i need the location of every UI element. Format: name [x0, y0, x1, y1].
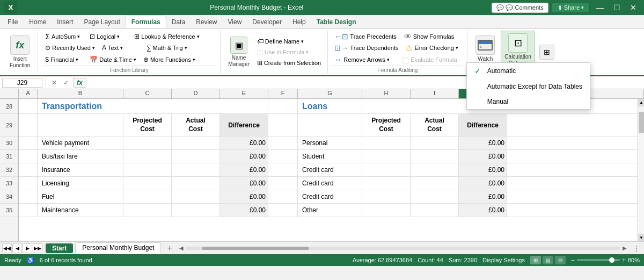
error-checking-button[interactable]: ⚠ Error Checking ▾ [404, 42, 460, 53]
page-break-view-btn[interactable]: ⊟ [555, 256, 566, 264]
close-btn[interactable]: ✕ [627, 2, 640, 13]
fuel-cell[interactable]: Fuel [38, 190, 123, 203]
other-cell[interactable]: Other [298, 204, 362, 217]
trace-dependents-button[interactable]: ⊡→ Trace Dependents [332, 42, 400, 53]
licensing-diff[interactable]: £0.00 [220, 177, 268, 190]
display-settings-btn[interactable]: Display Settings [482, 257, 525, 263]
sheet-tab-active[interactable]: Personal Monthly Budget [75, 242, 161, 254]
dropdown-item-automatic[interactable]: ✓ Automatic [467, 63, 590, 79]
row-28[interactable]: 28 [0, 99, 18, 114]
tab-file[interactable]: File [2, 16, 24, 28]
use-in-formula-button[interactable]: ⬚ Use in Formula ▾ [255, 47, 323, 57]
tab-help[interactable]: Help [287, 16, 311, 28]
licensing-cell[interactable]: Licensing [38, 177, 123, 190]
maintenance-cell[interactable]: Maintenance [38, 204, 123, 217]
fuel-diff[interactable]: £0.00 [220, 190, 268, 203]
lookup-reference-button[interactable]: ⊞ Lookup & Reference ▾ [131, 32, 202, 41]
credit2-diff[interactable]: £0.00 [459, 177, 507, 190]
accessibility-icon[interactable]: ♿ [27, 257, 34, 264]
extra-icon-button[interactable]: ⊞ [537, 42, 557, 62]
h-scroll-right-btn[interactable]: ▶ [623, 245, 627, 251]
credit-card1-cell[interactable]: Credit card [298, 163, 362, 176]
table-row[interactable]: Vehicle payment £0.00 Personal £0.00 [19, 137, 638, 150]
row-32[interactable]: 32 [0, 163, 18, 177]
insert-function-button[interactable]: fx InsertFunction [6, 33, 33, 71]
h-scroll-left-btn[interactable]: ◀ [179, 245, 184, 251]
row-35[interactable]: 35 [0, 204, 18, 217]
dropdown-item-auto-except[interactable]: Automatic Except for Data Tables [467, 79, 590, 94]
cell-reference-input[interactable]: J29 [2, 78, 42, 88]
share-button[interactable]: ⬆ Share ▾ [552, 3, 590, 13]
scroll-up-btn[interactable]: ▲ [638, 99, 644, 106]
row-34[interactable]: 34 [0, 190, 18, 204]
zoom-slider[interactable] [577, 259, 620, 261]
col-header-f[interactable]: F [268, 89, 298, 98]
credit1-diff[interactable]: £0.00 [459, 163, 507, 176]
tab-view[interactable]: View [223, 16, 247, 28]
tab-home[interactable]: Home [24, 16, 52, 28]
page-layout-view-btn[interactable]: ▤ [543, 256, 553, 264]
sheet-tab-nav-right[interactable]: ▶▶ [33, 243, 42, 253]
insurance-diff[interactable]: £0.00 [220, 163, 268, 176]
vertical-scrollbar[interactable]: ▲ ▼ [638, 99, 644, 241]
sheet-tab-nav-left[interactable]: ◀◀ [2, 243, 12, 253]
row-29[interactable]: 29 [0, 114, 18, 137]
table-row[interactable]: Insurance £0.00 Credit card £0.00 [19, 163, 638, 177]
trace-precedents-button[interactable]: ←⊡ Trace Precedents [332, 31, 398, 42]
col-header-g[interactable]: G [298, 89, 362, 98]
tab-page-layout[interactable]: Page Layout [78, 16, 125, 28]
math-trig-button[interactable]: ∑ Math & Trig ▾ [144, 43, 190, 53]
normal-view-btn[interactable]: ⊞ [530, 256, 541, 264]
credit-card3-cell[interactable]: Credit card [298, 190, 362, 203]
name-manager-button[interactable]: ▣ NameManager [225, 31, 252, 73]
autosum-button[interactable]: Σ AutoSum ▾ [42, 31, 85, 42]
scroll-thumb[interactable] [639, 112, 644, 133]
minimize-btn[interactable]: — [593, 2, 607, 13]
table-row[interactable]: Licensing £0.00 Credit card £0.00 [19, 177, 638, 190]
comments-button[interactable]: 💬 💬 Comments [492, 3, 548, 13]
zoom-in-btn[interactable]: + [622, 256, 626, 264]
tab-table-design[interactable]: Table Design [311, 16, 362, 28]
col-header-e[interactable]: E [220, 89, 268, 98]
zoom-out-btn[interactable]: − [571, 256, 575, 264]
scroll-down-btn[interactable]: ▼ [638, 234, 644, 241]
maximize-btn[interactable]: ☐ [610, 2, 624, 13]
student-cell[interactable]: Student [298, 150, 362, 163]
vehicle-diff[interactable]: £0.00 [220, 137, 268, 149]
remove-arrows-button[interactable]: ↔ Remove Arrows ▾ [332, 54, 397, 65]
tab-review[interactable]: Review [191, 16, 222, 28]
dropdown-item-manual[interactable]: Manual [467, 94, 590, 109]
col-header-a[interactable]: A [19, 89, 38, 98]
tab-insert[interactable]: Insert [52, 16, 78, 28]
evaluate-formula-button[interactable]: ⬚ Evaluate Formula [400, 54, 459, 65]
define-name-button[interactable]: 🏷 Define Name ▾ [255, 37, 323, 46]
date-time-button[interactable]: 📅 Date & Time ▾ [87, 55, 139, 64]
recently-used-button[interactable]: ⊙ Recently Used ▾ [42, 43, 98, 53]
zoom-thumb[interactable] [609, 257, 614, 263]
tab-data[interactable]: Data [166, 16, 191, 28]
credit-card2-cell[interactable]: Credit card [298, 177, 362, 190]
personal-diff[interactable]: £0.00 [459, 137, 507, 149]
maintenance-diff[interactable]: £0.00 [220, 204, 268, 217]
h-scroll-thumb[interactable] [202, 247, 309, 250]
bus-diff[interactable]: £0.00 [220, 150, 268, 163]
personal-cell[interactable]: Personal [298, 137, 362, 149]
vehicle-payment-cell[interactable]: Vehicle payment [38, 137, 123, 149]
add-sheet-button[interactable]: + [164, 243, 175, 254]
create-from-selection-button[interactable]: ⊞ Create from Selection [255, 58, 323, 68]
table-row[interactable]: Maintenance £0.00 Other £0.00 [19, 204, 638, 217]
financial-button[interactable]: $ Financial ▾ [42, 55, 85, 64]
col-header-d[interactable]: D [172, 89, 220, 98]
sheet-tab-nav-next[interactable]: ▶ [23, 243, 32, 253]
show-formulas-button[interactable]: 👁 Show Formulas [402, 31, 456, 42]
start-button[interactable]: Start [46, 243, 73, 253]
bus-taxi-cell[interactable]: Bus/taxi fare [38, 150, 123, 163]
col-header-c[interactable]: C [123, 89, 172, 98]
table-row[interactable]: Bus/taxi fare £0.00 Student £0.00 [19, 150, 638, 163]
other-diff[interactable]: £0.00 [459, 204, 507, 217]
sheet-options-btn[interactable]: ⋮ [631, 243, 642, 253]
row-31[interactable]: 31 [0, 150, 18, 163]
student-diff[interactable]: £0.00 [459, 150, 507, 163]
row-33[interactable]: 33 [0, 177, 18, 190]
sheet-tab-nav-prev[interactable]: ◀ [12, 243, 22, 253]
